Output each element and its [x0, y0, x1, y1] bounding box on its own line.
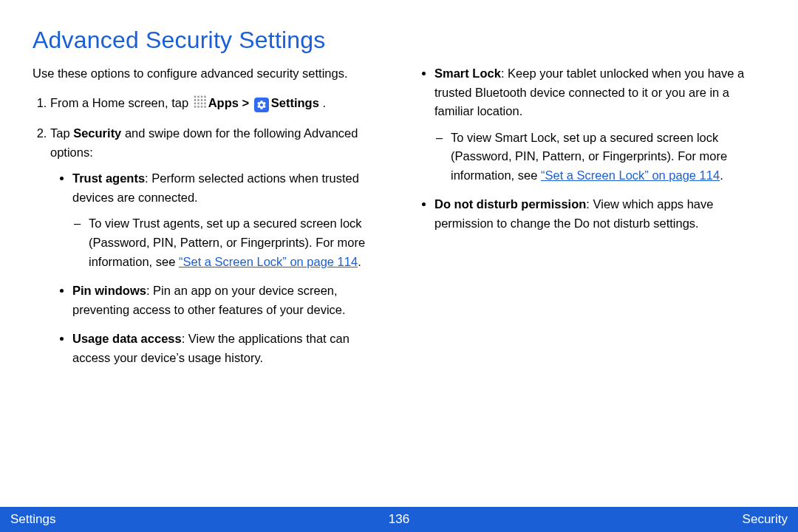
svg-point-7 [204, 99, 206, 101]
svg-point-14 [200, 106, 202, 108]
right-column: Smart Lock: Keep your tablet unlocked wh… [417, 64, 765, 378]
svg-point-10 [200, 102, 202, 104]
svg-point-4 [194, 99, 196, 101]
dnd-item: Do not disturb permission: View which ap… [434, 195, 765, 233]
page-title: Advanced Security Settings [33, 27, 765, 54]
trust-agents-label: Trust agents [72, 171, 145, 185]
security-label-inline: Security [73, 126, 121, 140]
usage-data-label: Usage data access [72, 332, 182, 345]
advanced-options-list-left: Trust agents: Perform selected actions w… [50, 169, 381, 367]
step-1: From a Home screen, tap Apps > Settings … [50, 94, 381, 115]
smart-lock-item: Smart Lock: Keep your tablet unlocked wh… [434, 64, 765, 185]
svg-point-3 [204, 95, 206, 98]
footer-right: Security [528, 512, 788, 527]
dot1: . [358, 255, 361, 268]
gt-sep: > [239, 96, 253, 109]
smart-lock-subitem: To view Smart Lock, set up a secured scr… [451, 129, 765, 185]
svg-point-5 [197, 99, 200, 101]
svg-point-11 [204, 102, 206, 104]
step-1-prefix: From a Home screen, tap [50, 96, 192, 109]
svg-point-15 [204, 106, 206, 108]
footer-page-number: 136 [270, 512, 529, 527]
steps-list: From a Home screen, tap Apps > Settings … [33, 94, 381, 368]
screen-lock-link-2[interactable]: “Set a Screen Lock” on page 114 [541, 168, 720, 182]
apps-label: Apps [208, 96, 239, 109]
svg-point-12 [194, 106, 196, 108]
manual-page: Advanced Security Settings Use these opt… [0, 0, 798, 532]
svg-point-1 [197, 95, 200, 98]
pin-windows-item: Pin windows: Pin an app on your device s… [72, 282, 381, 319]
screen-lock-link-1[interactable]: “Set a Screen Lock” on page 114 [179, 255, 358, 268]
footer-left: Settings [10, 512, 270, 527]
svg-point-0 [194, 95, 196, 98]
svg-point-6 [200, 99, 202, 101]
two-column-layout: Use these options to configure advanced … [33, 64, 765, 378]
dnd-label: Do not disturb permission [434, 197, 586, 211]
advanced-options-list-right: Smart Lock: Keep your tablet unlocked wh… [417, 64, 765, 233]
usage-data-item: Usage data access: View the applications… [72, 330, 381, 367]
step-1-suffix: . [319, 96, 326, 109]
apps-grid-icon [194, 95, 207, 115]
trust-agents-item: Trust agents: Perform selected actions w… [72, 169, 381, 271]
step-2: Tap Security and swipe down for the foll… [50, 124, 381, 367]
svg-point-2 [200, 95, 202, 98]
trust-agents-subitem: To view Trust agents, set up a secured s… [89, 214, 381, 271]
step-2-prefix: Tap [50, 126, 73, 140]
svg-point-13 [197, 106, 200, 108]
dot2: . [720, 168, 723, 182]
smart-lock-sublist: To view Smart Lock, set up a secured scr… [434, 129, 765, 185]
pin-windows-label: Pin windows [72, 284, 146, 297]
svg-point-8 [194, 102, 196, 104]
smart-lock-label: Smart Lock [434, 66, 501, 80]
svg-point-9 [197, 102, 200, 104]
left-column: Use these options to configure advanced … [33, 64, 381, 378]
page-footer: Settings 136 Security [0, 507, 798, 532]
intro-text: Use these options to configure advanced … [33, 64, 381, 83]
settings-label: Settings [271, 96, 319, 109]
settings-gear-icon [254, 98, 269, 112]
trust-agents-sublist: To view Trust agents, set up a secured s… [72, 214, 381, 271]
